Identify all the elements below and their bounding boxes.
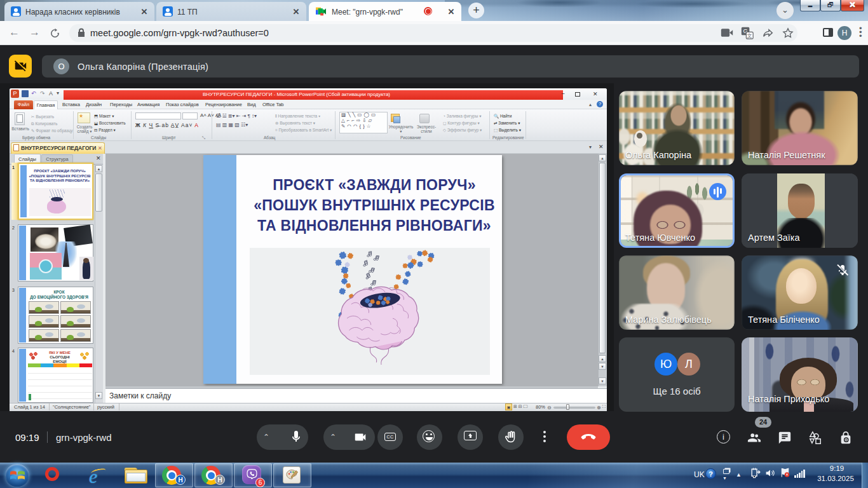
svg-text:文: 文 <box>747 32 752 39</box>
